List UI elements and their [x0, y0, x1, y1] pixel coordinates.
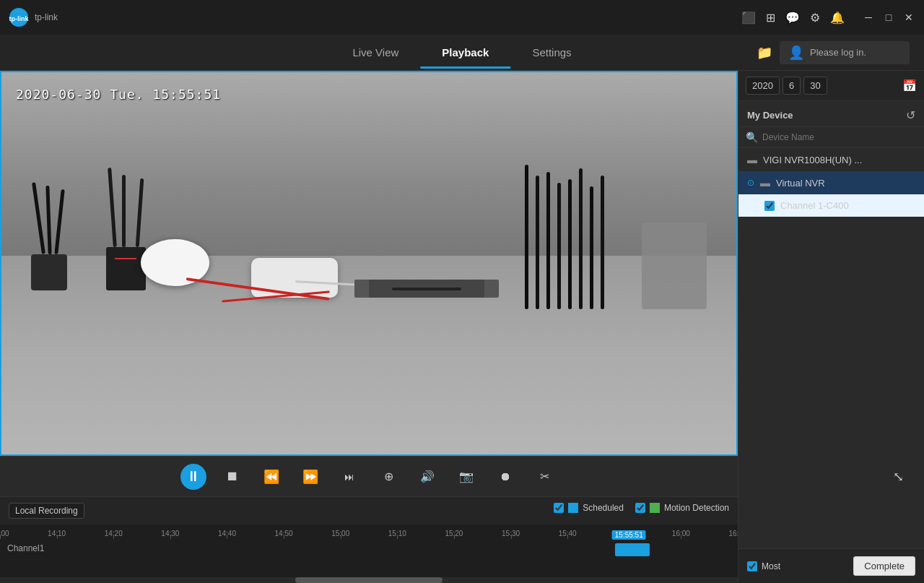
device-section-title: My Device: [747, 110, 793, 121]
channel1-track[interactable]: 15:55:51: [58, 543, 738, 556]
device-header: My Device ↺: [738, 101, 924, 127]
settings-icon[interactable]: ⚙: [810, 11, 820, 25]
motion-detection-legend: Motion Detection: [635, 503, 729, 513]
tab-live-view[interactable]: Live View: [331, 36, 420, 69]
most-label: Most: [762, 561, 780, 571]
filter-section: Most Complete: [738, 548, 924, 583]
channel-item-1[interactable]: Channel 1-C400: [738, 194, 924, 217]
screenshot-button[interactable]: 📷: [453, 464, 479, 490]
router-group-left: [31, 247, 146, 290]
right-panel: 2020 6 30 📅 My Device ↺ 🔍 ▬ VIGI NVR1008…: [738, 71, 924, 583]
nav-tabs: Live View Playback Settings: [331, 36, 593, 69]
navbar: Live View Playback Settings 📁 👤 Please l…: [0, 35, 924, 71]
nvr-device-item[interactable]: ▬ VIGI NVR1008H(UN) ...: [738, 148, 924, 171]
close-button[interactable]: ✕: [902, 11, 915, 24]
timeline-tracks[interactable]: Channel1 15:55:51: [0, 539, 738, 583]
titlebar-icons: ⬛ ⊞ 💬 ⚙ 🔔 ─ □ ✕: [741, 11, 915, 25]
calendar-icon[interactable]: 📅: [902, 79, 917, 92]
maximize-button[interactable]: □: [882, 11, 895, 24]
main-content: 2020-06-30 Tue. 15:55:51 ⏸ ⏹ ⏪ ⏩ ⏭ ⊕ 🔊 📷…: [0, 71, 924, 583]
virtual-nvr-label: Virtual NVR: [776, 178, 825, 189]
most-filter: Most: [747, 561, 780, 571]
refresh-icon[interactable]: ↺: [906, 108, 915, 122]
scheduled-color-indicator: [568, 503, 578, 513]
nav-right: 📁 👤 Please log in.: [757, 41, 910, 64]
app-name: tp-link: [35, 12, 58, 22]
search-icon: 🔍: [746, 131, 758, 143]
user-icon: 👤: [788, 45, 804, 61]
router-middle: [106, 247, 146, 290]
titlebar: tp-link tp-link ⬛ ⊞ 💬 ⚙ 🔔 ─ □ ✕: [0, 0, 924, 35]
timeline-section: Local Recording Scheduled Motion Detecti…: [0, 496, 738, 583]
date-selector: 2020 6 30 📅: [738, 71, 924, 101]
fullscreen-button[interactable]: ⤡: [885, 464, 911, 490]
virtual-nvr-icon: ▬: [760, 177, 770, 189]
scheduled-legend: Scheduled: [554, 503, 624, 513]
volume-button[interactable]: 🔊: [414, 464, 440, 490]
scheduled-label: Scheduled: [583, 503, 624, 513]
channel-1-label: Channel 1-C400: [780, 200, 849, 211]
video-section: 2020-06-30 Tue. 15:55:51 ⏸ ⏹ ⏪ ⏩ ⏭ ⊕ 🔊 📷…: [0, 71, 738, 583]
playhead: 15:55:51: [629, 543, 629, 556]
channel1-track-label: Channel1: [7, 543, 44, 553]
rewind-button[interactable]: ⏪: [258, 464, 284, 490]
login-text: Please log in.: [810, 47, 866, 58]
window-controls: ─ □ ✕: [862, 11, 915, 24]
frame-advance-button[interactable]: ⏭: [336, 464, 362, 490]
router-left: [31, 254, 67, 290]
titlebar-left: tp-link tp-link: [9, 7, 58, 27]
motion-detection-label: Motion Detection: [664, 503, 729, 513]
chat-icon[interactable]: 💬: [785, 11, 800, 25]
tp-link-logo: tp-link: [9, 7, 29, 27]
recording-segment: [615, 543, 649, 556]
monitor-icon[interactable]: ⬛: [741, 11, 756, 25]
notification-icon[interactable]: 🔔: [830, 11, 845, 25]
pause-button[interactable]: ⏸: [180, 464, 206, 490]
scheduled-checkbox[interactable]: [554, 503, 564, 513]
device-middle: [354, 280, 499, 298]
playback-controls: ⏸ ⏹ ⏪ ⏩ ⏭ ⊕ 🔊 📷 ⏺ ✂ ⤡: [0, 456, 738, 496]
month-selector[interactable]: 6: [783, 77, 801, 95]
fast-forward-button[interactable]: ⏩: [297, 464, 323, 490]
minimize-button[interactable]: ─: [862, 11, 875, 24]
nvr-icon: ▬: [747, 154, 757, 165]
device-search-input[interactable]: [762, 132, 917, 142]
scrollbar-thumb[interactable]: [295, 577, 443, 583]
virtual-nvr-item[interactable]: ⊙ ▬ Virtual NVR: [738, 171, 924, 194]
playhead-time-label: 15:55:51: [612, 530, 646, 540]
local-recording-label: Local Recording: [9, 503, 84, 519]
time-mark-1610: 16:10: [728, 530, 738, 537]
motion-color-indicator: [650, 503, 660, 513]
motion-detection-checkbox[interactable]: [635, 503, 645, 513]
camera-view: 2020-06-30 Tue. 15:55:51: [1, 72, 736, 454]
virtual-nvr-expand-icon: ⊙: [747, 178, 754, 188]
login-area[interactable]: 👤 Please log in.: [780, 41, 910, 64]
clip-button[interactable]: ✂: [531, 464, 557, 490]
zoom-button[interactable]: ⊕: [375, 464, 401, 490]
svg-text:tp-link: tp-link: [9, 15, 30, 22]
time-mark-1400: 14:00: [0, 530, 9, 537]
nvr-label: VIGI NVR1008H(UN) ...: [763, 155, 862, 165]
folder-icon[interactable]: 📁: [757, 45, 772, 61]
video-container[interactable]: 2020-06-30 Tue. 15:55:51: [0, 71, 738, 456]
grid-icon[interactable]: ⊞: [766, 11, 775, 25]
timeline-legend: Scheduled Motion Detection: [554, 503, 729, 513]
tab-playback[interactable]: Playback: [420, 36, 510, 69]
record-button[interactable]: ⏺: [492, 464, 518, 490]
stop-button[interactable]: ⏹: [219, 464, 245, 490]
device-far-right: [642, 223, 707, 309]
device-search: 🔍: [738, 127, 924, 148]
year-selector[interactable]: 2020: [746, 77, 780, 95]
tab-settings[interactable]: Settings: [510, 36, 593, 69]
video-timestamp: 2020-06-30 Tue. 15:55:51: [16, 87, 221, 102]
channel-1-checkbox[interactable]: [764, 201, 775, 211]
day-selector[interactable]: 30: [803, 77, 827, 95]
timeline-scrollbar[interactable]: [0, 577, 738, 583]
router-right-group: [525, 165, 604, 309]
most-checkbox[interactable]: [747, 561, 757, 571]
complete-button[interactable]: Complete: [853, 556, 915, 576]
